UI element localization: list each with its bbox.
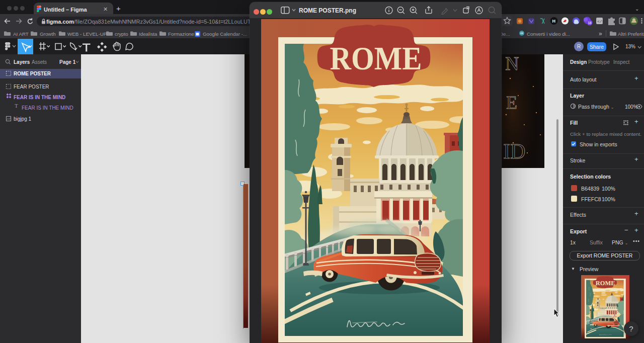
svg-text:E: E — [506, 93, 517, 113]
svg-text:»: » — [599, 30, 602, 37]
svg-text:Growth: Growth — [40, 31, 56, 37]
svg-text:H: H — [552, 19, 556, 24]
svg-text:18: 18 — [588, 21, 592, 25]
svg-text:N: N — [505, 54, 519, 74]
svg-text:Formazione: Formazione — [168, 31, 194, 37]
svg-text:Altri Preferiti: Altri Preferiti — [618, 31, 644, 37]
svg-text:crypto: crypto — [115, 31, 128, 37]
svg-text:Google Calendar -...: Google Calendar -... — [203, 31, 247, 37]
svg-text:AI ART: AI ART — [13, 31, 29, 37]
svg-text:Idealista: Idealista — [139, 31, 157, 37]
svg-text:T: T — [15, 103, 18, 109]
svg-text:ID: ID — [503, 140, 525, 163]
svg-text:</>: </> — [597, 19, 605, 24]
svg-text:Converti i video di...: Converti i video di... — [527, 31, 570, 37]
svg-text:WEB - LEVEL-UP: WEB - LEVEL-UP — [67, 31, 107, 37]
